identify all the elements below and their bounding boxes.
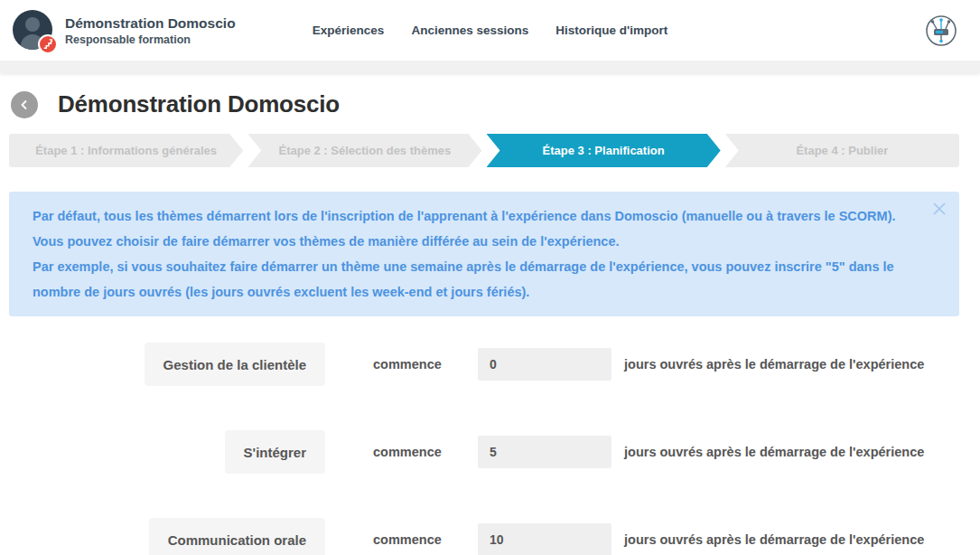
info-paragraph-1: Par défaut, tous les thèmes démarrent lo… [33,203,923,254]
commence-label: commence [373,357,438,372]
days-suffix-label: jours ouvrés après le démarrage de l'exp… [624,357,924,372]
info-close-button[interactable] [931,201,947,217]
top-header: Démonstration Domoscio Responsable forma… [0,0,980,61]
days-suffix-label: jours ouvrés après le démarrage de l'exp… [624,445,924,459]
chevron-left-icon [19,99,30,110]
hub-network-icon [922,12,960,50]
close-icon [931,201,947,217]
days-input-sintegrer[interactable] [478,436,611,468]
main-nav: Expériences Anciennes sessions Historiqu… [313,24,667,37]
wizard-step-1[interactable]: Étape 1 : Informations générales [9,134,243,167]
role-badge [38,34,58,54]
info-banner: Par défaut, tous les thèmes démarrent lo… [9,192,959,316]
user-avatar[interactable] [13,10,54,52]
nav-item-historique-import[interactable]: Historique d'import [555,24,667,37]
wizard-step-3-active[interactable]: Étape 3 : Planification [487,134,721,167]
user-name: Démonstration Domoscio [65,14,236,33]
days-input-gestion-clientele[interactable] [478,348,611,381]
theme-label: Communication orale [149,518,325,555]
header-divider-strip [0,61,980,73]
theme-row-gestion-clientele: Gestion de la clientèle commence jours o… [0,343,980,386]
step-wizard: Étape 1 : Informations générales Étape 2… [9,134,959,167]
nav-item-experiences[interactable]: Expériences [313,24,385,37]
back-button[interactable] [11,91,38,118]
days-suffix-label: jours ouvrés après le démarrage de l'exp… [624,532,924,547]
page-title: Démonstration Domoscio [58,90,340,118]
info-paragraph-2: Par exemple, si vous souhaitez faire dém… [33,254,923,305]
wizard-step-2[interactable]: Étape 2 : Sélection des thèmes [247,134,481,167]
wizard-step-4[interactable]: Étape 4 : Publier [725,134,959,167]
theme-label: S'intégrer [225,430,325,474]
commence-label: commence [373,532,438,547]
days-input-communication-orale[interactable] [478,523,611,555]
user-role: Responsable formation [65,33,236,46]
user-info: Démonstration Domoscio Responsable forma… [65,14,236,45]
page-title-row: Démonstration Domoscio [11,90,980,118]
nav-item-anciennes-sessions[interactable]: Anciennes sessions [411,24,528,37]
commence-label: commence [373,445,438,459]
integrations-hub-button[interactable] [922,12,960,50]
planning-rows: Gestion de la clientèle commence jours o… [0,343,980,555]
theme-row-communication-orale: Communication orale commence jours ouvré… [0,518,980,555]
theme-row-sintegrer: S'intégrer commence jours ouvrés après l… [0,430,980,474]
steps-progress-icon [42,39,53,50]
theme-label: Gestion de la clientèle [145,343,325,386]
